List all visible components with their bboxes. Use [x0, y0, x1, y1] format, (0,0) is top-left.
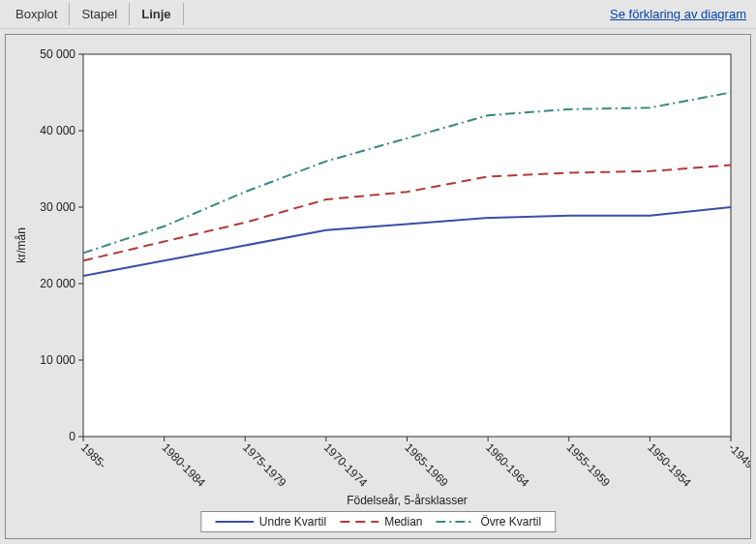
y-axis-label: kr/mån: [15, 227, 28, 263]
tab-linje[interactable]: Linje: [130, 3, 183, 25]
y-tick-label: 0: [69, 430, 76, 443]
x-tick-label: 1975-1979: [240, 440, 289, 490]
y-tick-label: 20 000: [40, 277, 76, 290]
x-tick-label: -1949: [726, 440, 750, 471]
legend-item: Undre Kvartil: [215, 515, 326, 529]
x-tick-label: 1955-1959: [564, 440, 614, 490]
y-tick-label: 30 000: [40, 200, 76, 214]
x-tick-label: 1980-1984: [160, 440, 209, 490]
legend-label: Median: [384, 515, 422, 529]
legend-label: Övre Kvartil: [481, 515, 542, 529]
y-tick-label: 10 000: [40, 353, 76, 367]
legend-item: Median: [340, 515, 422, 529]
y-tick-label: 50 000: [40, 47, 76, 61]
y-tick-label: 40 000: [40, 124, 76, 137]
chart-panel: 010 00020 00030 00040 00050 0001985-1980…: [5, 34, 751, 539]
help-link[interactable]: Se förklaring av diagram: [610, 7, 752, 21]
x-tick-label: 1985-: [78, 440, 109, 471]
x-axis-label: Födelseår, 5-årsklasser: [347, 494, 468, 507]
line-chart: 010 00020 00030 00040 00050 0001985-1980…: [6, 35, 750, 538]
chart-legend: Undre KvartilMedianÖvre Kvartil: [200, 511, 556, 532]
svg-rect-0: [83, 54, 731, 437]
x-tick-label: 1970-1974: [321, 440, 371, 490]
legend-label: Undre Kvartil: [259, 515, 326, 529]
x-tick-label: 1965-1969: [402, 440, 451, 490]
tab-stapel[interactable]: Stapel: [70, 3, 130, 25]
tab-boxplot[interactable]: Boxplot: [4, 3, 70, 25]
x-tick-label: 1960-1964: [483, 440, 532, 490]
x-tick-label: 1950-1954: [645, 440, 694, 490]
legend-item: Övre Kvartil: [437, 515, 542, 529]
